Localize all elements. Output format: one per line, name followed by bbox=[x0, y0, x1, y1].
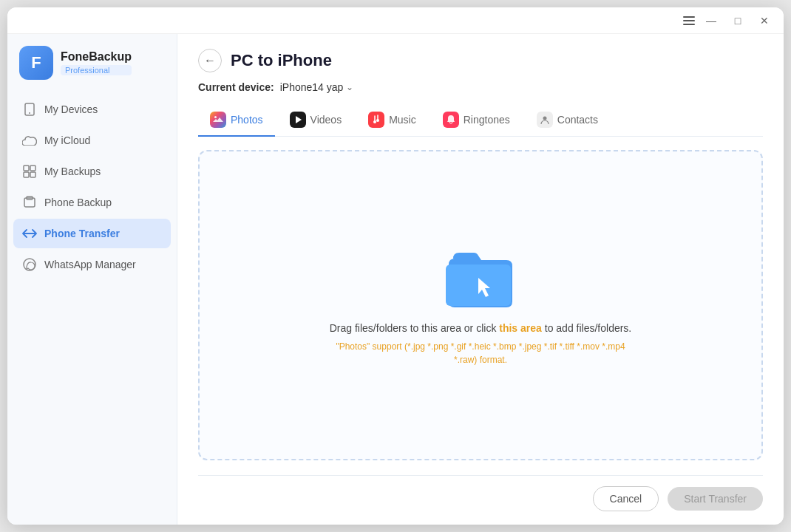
cancel-button[interactable]: Cancel bbox=[593, 486, 659, 511]
device-row: Current device: iPhone14 yap ⌄ bbox=[198, 81, 763, 93]
main-layout: F FoneBackup Professional My Devices bbox=[7, 34, 784, 525]
app-name: FoneBackup bbox=[61, 50, 132, 64]
sidebar-item-phone-transfer[interactable]: Phone Transfer bbox=[13, 219, 171, 248]
title-bar: — □ ✕ bbox=[7, 7, 784, 34]
content-header: ← PC to iPhone bbox=[198, 49, 763, 72]
svg-point-12 bbox=[376, 119, 379, 122]
drop-formats-text: "Photos" support (*.jpg *.png *.gif *.he… bbox=[333, 340, 628, 366]
tab-ringtones-label: Ringtones bbox=[464, 114, 510, 126]
videos-tab-icon bbox=[290, 112, 306, 128]
svg-marker-10 bbox=[296, 116, 302, 123]
app-window: — □ ✕ F FoneBackup Professional bbox=[7, 7, 784, 525]
back-button[interactable]: ← bbox=[198, 49, 222, 72]
sidebar-item-label: My Devices bbox=[44, 103, 98, 115]
drop-main-text: Drag files/folders to this area or click… bbox=[330, 322, 632, 334]
tabs-bar: Photos Videos bbox=[198, 105, 763, 137]
tab-photos-label: Photos bbox=[231, 114, 263, 126]
tab-photos[interactable]: Photos bbox=[198, 106, 275, 137]
sidebar-nav: My Devices My iCloud bbox=[7, 95, 177, 279]
sidebar-item-my-devices[interactable]: My Devices bbox=[13, 95, 171, 124]
svg-rect-5 bbox=[30, 172, 35, 177]
drop-text-after: to add files/folders. bbox=[542, 322, 631, 334]
tab-ringtones[interactable]: Ringtones bbox=[431, 106, 522, 137]
sidebar-item-my-icloud[interactable]: My iCloud bbox=[13, 126, 171, 155]
sidebar-item-my-backups[interactable]: My Backups bbox=[13, 157, 171, 186]
sidebar: F FoneBackup Professional My Devices bbox=[7, 34, 177, 525]
drop-zone[interactable]: Drag files/folders to this area or click… bbox=[198, 150, 763, 460]
phone-transfer-icon bbox=[22, 226, 37, 241]
device-label: Current device: bbox=[198, 81, 274, 93]
app-logo: F FoneBackup Professional bbox=[7, 46, 177, 95]
svg-point-13 bbox=[543, 117, 546, 120]
page-title: PC to iPhone bbox=[231, 51, 332, 70]
app-badge: Professional bbox=[61, 65, 132, 75]
device-icon bbox=[22, 102, 37, 117]
svg-rect-4 bbox=[24, 172, 29, 177]
maximize-button[interactable]: □ bbox=[727, 10, 748, 31]
contacts-tab-icon bbox=[537, 112, 553, 128]
cloud-icon bbox=[22, 133, 37, 148]
sidebar-item-phone-backup[interactable]: Phone Backup bbox=[13, 188, 171, 217]
tab-contacts[interactable]: Contacts bbox=[525, 106, 610, 137]
sidebar-item-label: My Backups bbox=[44, 166, 101, 177]
ringtones-tab-icon bbox=[443, 112, 459, 128]
sidebar-item-label: WhatsApp Manager bbox=[44, 259, 136, 270]
title-bar-controls: — □ ✕ bbox=[683, 10, 775, 31]
backups-icon bbox=[22, 164, 37, 179]
device-selector[interactable]: iPhone14 yap ⌄ bbox=[280, 81, 354, 93]
logo-text: FoneBackup Professional bbox=[61, 50, 132, 75]
close-button[interactable]: ✕ bbox=[754, 10, 775, 31]
drop-text-link: this area bbox=[499, 322, 542, 334]
tab-contacts-label: Contacts bbox=[557, 114, 598, 126]
svg-point-1 bbox=[29, 112, 30, 114]
sidebar-item-whatsapp-manager[interactable]: WhatsApp Manager bbox=[13, 250, 171, 279]
folder-icon bbox=[440, 244, 521, 310]
whatsapp-icon bbox=[22, 257, 37, 272]
minimize-button[interactable]: — bbox=[701, 10, 722, 31]
tab-music-label: Music bbox=[389, 114, 416, 126]
tab-videos-label: Videos bbox=[310, 114, 342, 126]
phone-backup-icon bbox=[22, 195, 37, 210]
svg-point-11 bbox=[373, 120, 376, 123]
sidebar-item-label: My iCloud bbox=[44, 134, 90, 146]
content-footer: Cancel Start Transfer bbox=[198, 475, 763, 525]
svg-point-9 bbox=[214, 116, 217, 118]
sidebar-item-label: Phone Transfer bbox=[44, 228, 120, 239]
music-tab-icon bbox=[368, 112, 384, 128]
device-name-text: iPhone14 yap bbox=[280, 81, 344, 93]
start-transfer-button[interactable]: Start Transfer bbox=[668, 487, 763, 511]
svg-rect-3 bbox=[30, 166, 35, 171]
tab-music[interactable]: Music bbox=[356, 106, 428, 137]
svg-rect-2 bbox=[24, 166, 29, 171]
photos-tab-icon bbox=[210, 112, 226, 128]
sidebar-item-label: Phone Backup bbox=[44, 197, 112, 208]
logo-icon: F bbox=[19, 46, 53, 80]
tab-videos[interactable]: Videos bbox=[278, 106, 354, 137]
menu-icon[interactable] bbox=[683, 16, 695, 25]
chevron-down-icon: ⌄ bbox=[346, 82, 353, 92]
content-area: ← PC to iPhone Current device: iPhone14 … bbox=[177, 34, 784, 525]
drop-text-before: Drag files/folders to this area or click bbox=[330, 322, 500, 334]
